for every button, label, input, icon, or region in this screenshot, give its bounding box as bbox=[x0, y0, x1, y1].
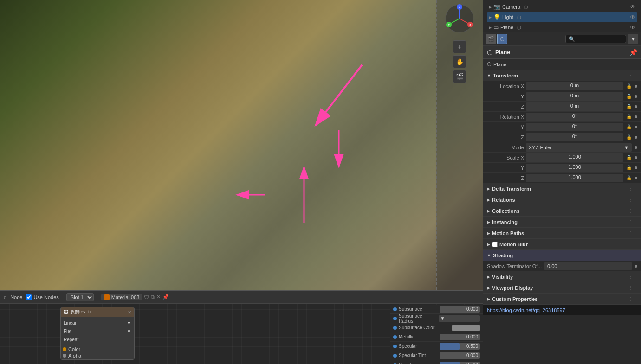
svg-text:X: X bbox=[469, 23, 472, 26]
mat-prop-dropdown-1[interactable]: ▼ bbox=[439, 315, 480, 322]
color-socket[interactable] bbox=[63, 347, 66, 351]
scale-z-dot[interactable] bbox=[635, 177, 637, 179]
scale-z-value[interactable]: 1.000 bbox=[526, 174, 623, 182]
tree-item-camera[interactable]: ▶ 📷 Camera ⬡ 👁 bbox=[487, 2, 637, 12]
mat-color-swatch-2[interactable] bbox=[452, 325, 480, 331]
camera-icon: 📷 bbox=[493, 4, 500, 10]
collections-section[interactable]: ▶ Collections ⋮⋮ bbox=[483, 205, 641, 217]
properties-search[interactable] bbox=[565, 35, 626, 43]
mat-prop-label-4: Specular bbox=[399, 344, 438, 349]
add-view-button[interactable]: + bbox=[453, 40, 466, 53]
shield-icon[interactable]: 🛡 bbox=[144, 294, 149, 300]
mat-prop-label-1: Subsurface Radius bbox=[399, 313, 437, 324]
mat-prop-value-6: 0.500 bbox=[466, 362, 478, 364]
scale-x-value[interactable]: 1.000 bbox=[526, 153, 623, 162]
copy-icon[interactable]: ⧉ bbox=[151, 294, 155, 300]
location-z-lock[interactable]: 🔒 bbox=[626, 104, 632, 109]
location-x-dot[interactable] bbox=[635, 85, 637, 88]
relations-section[interactable]: ▶ Relations ⋮⋮ bbox=[483, 194, 641, 205]
delta-transform-section[interactable]: ▶ Delta Transform ⋮⋮ bbox=[483, 183, 641, 194]
location-x-lock[interactable]: 🔒 bbox=[626, 83, 632, 89]
use-nodes-checkbox[interactable] bbox=[26, 294, 32, 300]
tree-item-light[interactable]: ▶ 💡 Light ⬡ 👁 bbox=[487, 12, 637, 22]
mat-prop-bar-3[interactable]: 0.000 bbox=[440, 334, 480, 340]
visibility-menu[interactable]: ⋮⋮ bbox=[628, 274, 637, 279]
shadow-terminator-value[interactable]: 0.00 bbox=[544, 262, 632, 270]
props-object-icon[interactable]: ⬡ bbox=[497, 34, 507, 44]
mat-prop-bar-4[interactable]: 0.500 bbox=[440, 343, 480, 350]
location-y-lock[interactable]: 🔒 bbox=[626, 94, 632, 99]
viewport-display-menu[interactable]: ⋮⋮ bbox=[628, 285, 637, 290]
viewport-display-section[interactable]: ▶ Viewport Display ⋮⋮ bbox=[483, 282, 641, 294]
properties-expand-icon[interactable]: ▼ bbox=[628, 34, 638, 44]
location-y-value[interactable]: 0 m bbox=[526, 92, 623, 101]
camera-view-button[interactable]: 🎬 bbox=[453, 70, 466, 83]
motion-blur-checkbox[interactable] bbox=[492, 242, 498, 247]
rotation-mode-dropdown[interactable]: XYZ Euler ▼ bbox=[526, 143, 632, 152]
relations-menu[interactable]: ⋮⋮ bbox=[628, 197, 637, 202]
camera-name: Camera bbox=[502, 4, 520, 10]
props-render-icon[interactable]: 🎬 bbox=[486, 34, 496, 44]
close-material-icon[interactable]: ✕ bbox=[156, 294, 161, 300]
instancing-menu[interactable]: ⋮⋮ bbox=[628, 219, 637, 224]
location-z-dot[interactable] bbox=[635, 105, 637, 108]
alpha-socket[interactable] bbox=[63, 354, 66, 358]
mat-prop-bar-6[interactable]: 0.500 bbox=[440, 362, 480, 364]
material-selector[interactable]: Material.003 bbox=[101, 294, 142, 300]
visibility-section[interactable]: ▶ Visibility ⋮⋮ bbox=[483, 271, 641, 282]
slot-dropdown[interactable]: Slot 1 bbox=[66, 293, 94, 301]
hand-tool-button[interactable]: ✋ bbox=[453, 55, 466, 68]
shading-menu[interactable]: ⋮⋮ bbox=[628, 253, 637, 258]
rotation-z-lock[interactable]: 🔒 bbox=[626, 134, 632, 140]
mat-prop-value-5: 0.000 bbox=[466, 353, 478, 358]
scale-y-value[interactable]: 1.000 bbox=[526, 164, 623, 172]
scale-y-lock[interactable]: 🔒 bbox=[626, 165, 632, 170]
transform-menu[interactable]: ⋮⋮ bbox=[628, 73, 637, 78]
viewport[interactable]: Z X Y + ✋ 🎬 bbox=[0, 0, 483, 290]
collections-title: Collections bbox=[492, 208, 519, 214]
rotation-y-dot[interactable] bbox=[635, 126, 637, 128]
location-y-dot[interactable] bbox=[635, 95, 637, 98]
rotation-x-value[interactable]: 0° bbox=[526, 113, 623, 121]
plane-visibility-icon[interactable]: 👁 bbox=[630, 24, 635, 31]
delta-transform-menu[interactable]: ⋮⋮ bbox=[628, 186, 637, 191]
scale-z-lock[interactable]: 🔒 bbox=[626, 175, 632, 180]
pin-material-icon[interactable]: 📌 bbox=[162, 294, 169, 300]
tree-item-plane[interactable]: ▶ ▭ Plane ⬡ 👁 bbox=[487, 22, 637, 32]
scale-x-dot[interactable] bbox=[635, 156, 637, 159]
alpha-socket-label: Alpha bbox=[68, 353, 81, 358]
custom-properties-section[interactable]: ▶ Custom Properties ⋮⋮ bbox=[483, 294, 641, 305]
instancing-section[interactable]: ▶ Instancing ⋮⋮ bbox=[483, 217, 641, 228]
location-x-value[interactable]: 0 m bbox=[526, 82, 623, 90]
rotation-z-dot[interactable] bbox=[635, 136, 637, 139]
motion-blur-menu[interactable]: ⋮⋮ bbox=[628, 242, 637, 247]
scale-x-lock[interactable]: 🔒 bbox=[626, 155, 632, 160]
shading-section[interactable]: ▼ Shading ⋮⋮ bbox=[483, 250, 641, 261]
navigation-gizmo[interactable]: Z X Y bbox=[443, 2, 476, 35]
motion-blur-section[interactable]: ▶ Motion Blur ⋮⋮ bbox=[483, 239, 641, 250]
rotation-y-lock[interactable]: 🔒 bbox=[626, 124, 632, 129]
rotation-mode-dot[interactable] bbox=[635, 146, 637, 149]
light-visibility-icon[interactable]: 👁 bbox=[630, 14, 635, 20]
texture-node-close[interactable]: ✕ bbox=[128, 310, 131, 315]
motion-paths-section[interactable]: ▶ Motion Paths ⋮⋮ bbox=[483, 228, 641, 239]
scale-y-dot[interactable] bbox=[635, 166, 637, 169]
motion-paths-menu[interactable]: ⋮⋮ bbox=[628, 230, 637, 236]
rotation-x-lock[interactable]: 🔒 bbox=[626, 114, 632, 119]
material-properties-panel: Subsurface0.000Subsurface Radius▼Subsurf… bbox=[390, 305, 483, 364]
shadow-terminator-dot[interactable] bbox=[635, 265, 637, 268]
rotation-y-value[interactable]: 0° bbox=[526, 123, 623, 131]
camera-visibility-icon[interactable]: 👁 bbox=[630, 4, 635, 10]
use-nodes-toggle[interactable]: Use Nodes bbox=[26, 294, 58, 300]
texture-interp-arrow[interactable]: ▼ bbox=[127, 320, 131, 326]
mat-prop-bar-0[interactable]: 0.000 bbox=[440, 306, 480, 313]
transform-section-header[interactable]: ▼ Transform ⋮⋮ bbox=[483, 70, 641, 81]
mat-prop-bar-5[interactable]: 0.000 bbox=[440, 352, 480, 359]
pin-button[interactable]: 📌 bbox=[629, 49, 637, 56]
collections-menu[interactable]: ⋮⋮ bbox=[628, 208, 637, 213]
texture-proj-arrow[interactable]: ▼ bbox=[127, 329, 131, 334]
custom-properties-menu[interactable]: ⋮⋮ bbox=[628, 296, 637, 301]
location-z-value[interactable]: 0 m bbox=[526, 102, 623, 111]
rotation-z-value[interactable]: 0° bbox=[526, 133, 623, 141]
rotation-x-dot[interactable] bbox=[635, 115, 637, 118]
